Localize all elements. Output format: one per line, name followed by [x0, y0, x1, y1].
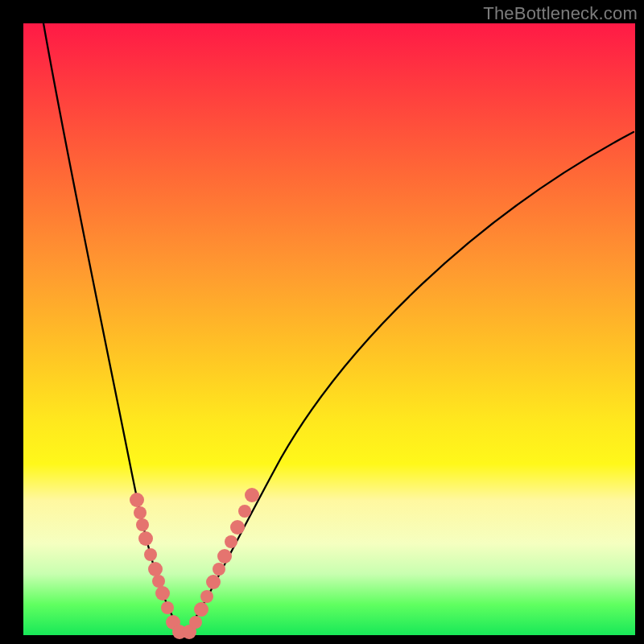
- chart-svg: [23, 23, 635, 635]
- plot-area: [23, 23, 635, 635]
- bead: [194, 602, 208, 617]
- bead: [213, 563, 225, 576]
- bead: [144, 548, 157, 561]
- bead: [225, 535, 237, 548]
- bead: [189, 616, 202, 629]
- bead: [155, 586, 170, 601]
- beads-right: [182, 488, 259, 639]
- beads-left: [130, 493, 187, 639]
- bead: [134, 506, 147, 519]
- bead: [148, 562, 163, 576]
- bead: [138, 531, 153, 546]
- bead: [161, 601, 174, 614]
- bead: [136, 518, 149, 531]
- bead: [217, 549, 232, 564]
- bead: [152, 575, 165, 588]
- watermark-text: TheBottleneck.com: [483, 3, 638, 24]
- bead: [206, 575, 221, 589]
- bead: [130, 493, 144, 507]
- bead: [230, 520, 245, 535]
- bead: [238, 505, 251, 518]
- bead: [200, 590, 213, 603]
- left-curve: [43, 23, 184, 635]
- chart-frame: TheBottleneck.com: [0, 0, 644, 644]
- right-curve: [184, 132, 634, 635]
- bead: [245, 488, 259, 502]
